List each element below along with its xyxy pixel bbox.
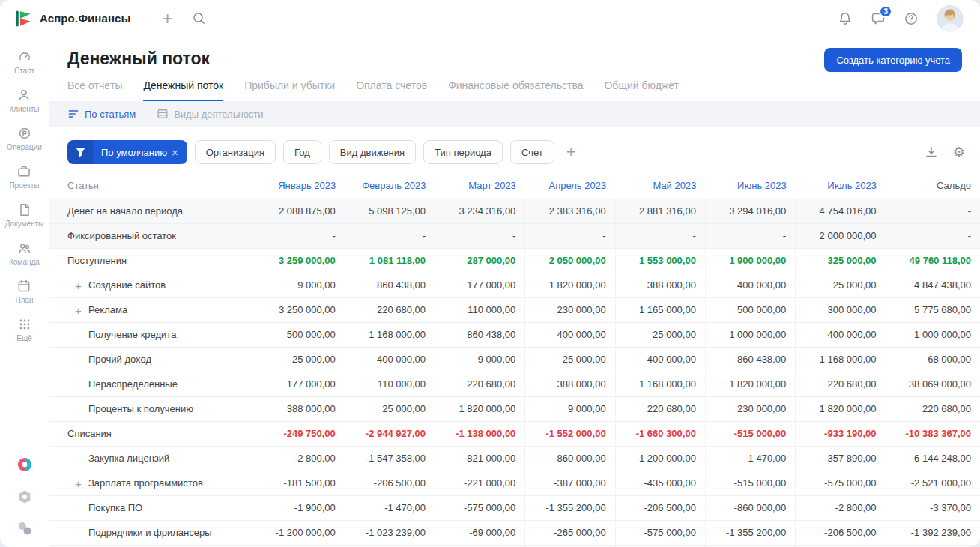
sidebar-item-team[interactable]: Команда — [9, 241, 40, 266]
saldo-cell[interactable]: -10 383 367,00 — [886, 421, 980, 446]
value-cell[interactable]: -69 000,00 — [435, 520, 525, 545]
value-cell[interactable]: 400 000,00 — [796, 322, 886, 347]
sidebar-item-clients[interactable]: Клиенты — [9, 88, 39, 113]
value-cell[interactable]: -206 500,00 — [615, 495, 705, 520]
value-cell[interactable]: -575 000,00 — [435, 495, 525, 520]
value-cell[interactable]: 230 000,00 — [705, 396, 795, 421]
saldo-cell[interactable]: -1 392 239,00 — [886, 520, 980, 545]
value-cell[interactable]: -206 500,00 — [345, 471, 435, 495]
value-cell[interactable]: - — [615, 223, 705, 248]
value-cell[interactable]: -249 750,00 — [255, 421, 345, 446]
value-cell[interactable]: 3 250 000,00 — [255, 297, 345, 322]
report-tab-5[interactable]: Финансовые обязательства — [448, 79, 583, 101]
value-cell[interactable]: 230 000,00 — [525, 297, 615, 322]
value-cell[interactable]: 220 680,00 — [435, 372, 525, 396]
avatar[interactable] — [937, 5, 964, 32]
row-label-cell[interactable]: Денег на начало периода — [49, 199, 255, 223]
bell-icon[interactable] — [838, 11, 853, 26]
saldo-cell[interactable]: 49 760 118,00 — [886, 248, 980, 273]
value-cell[interactable]: -860 000,00 — [705, 495, 795, 520]
value-cell[interactable]: -357 890,00 — [796, 446, 886, 471]
sidebar-item-plan[interactable]: План — [15, 279, 33, 304]
value-cell[interactable]: -2 800,00 — [796, 495, 886, 520]
value-cell[interactable]: 2 383 316,00 — [525, 199, 615, 223]
value-cell[interactable]: 4 754 016,00 — [796, 199, 886, 223]
value-cell[interactable]: -1 900,00 — [255, 495, 345, 520]
value-cell[interactable]: - — [435, 223, 525, 248]
remove-filter-icon[interactable]: × — [172, 147, 187, 158]
report-tab-1[interactable]: Все отчёты — [67, 79, 122, 101]
value-cell[interactable]: 2 088 875,00 — [255, 199, 345, 223]
value-cell[interactable]: 500 000,00 — [705, 297, 795, 322]
value-cell[interactable]: 1 081 118,00 — [345, 248, 435, 273]
value-cell[interactable]: -2 800,00 — [255, 446, 345, 471]
saldo-cell[interactable]: -6 144 248,00 — [886, 446, 980, 471]
filter-chip-2[interactable]: Год — [283, 140, 321, 164]
value-cell[interactable]: 1 168 000,00 — [796, 347, 886, 372]
create-category-button[interactable]: Создать категорию учета — [824, 48, 962, 72]
report-tab-6[interactable]: Общий бюджет — [604, 79, 678, 101]
value-cell[interactable]: 325 000,00 — [796, 248, 886, 273]
value-cell[interactable]: -1 470,00 — [705, 446, 795, 471]
value-cell[interactable]: 388 000,00 — [615, 273, 705, 297]
row-label-cell[interactable]: Нераспределенные — [49, 372, 255, 396]
row-label-cell[interactable]: Списания — [49, 421, 255, 446]
value-cell[interactable]: -2 944 927,00 — [345, 421, 435, 446]
column-header-month[interactable]: Июль 2023 — [796, 173, 886, 199]
value-cell[interactable]: 860 438,00 — [345, 273, 435, 297]
row-label-cell[interactable]: Получение кредита — [49, 322, 255, 347]
row-label-cell[interactable]: +Зарплата программистов — [49, 471, 255, 495]
value-cell[interactable]: 1 000 000,00 — [705, 322, 795, 347]
value-cell[interactable]: -860 000,00 — [525, 446, 615, 471]
filter-chip-5[interactable]: Счет — [510, 140, 554, 164]
saldo-cell[interactable]: 5 775 680,00 — [886, 297, 980, 322]
value-cell[interactable]: 220 680,00 — [345, 297, 435, 322]
value-cell[interactable]: -1 355 200,00 — [525, 495, 615, 520]
value-cell[interactable]: 860 438,00 — [435, 322, 525, 347]
column-header-month[interactable]: Март 2023 — [435, 173, 525, 199]
sidebar-item-more[interactable]: Ещё — [16, 317, 31, 342]
value-cell[interactable]: 220 680,00 — [796, 372, 886, 396]
filter-chip-3[interactable]: Вид движения — [329, 140, 416, 164]
value-cell[interactable]: -1 660 300,00 — [615, 421, 705, 446]
value-cell[interactable]: 9 000,00 — [435, 347, 525, 372]
report-tab-3[interactable]: Прибыли и убытки — [244, 79, 335, 101]
value-cell[interactable]: 1 168 000,00 — [345, 322, 435, 347]
saldo-cell[interactable]: 4 847 438,00 — [886, 273, 980, 297]
value-cell[interactable]: 110 000,00 — [435, 297, 525, 322]
app-logo-icon[interactable] — [13, 9, 33, 28]
search-icon[interactable] — [192, 11, 206, 25]
saldo-cell[interactable]: - — [886, 223, 980, 248]
chat-icon[interactable]: 3 — [871, 11, 886, 26]
value-cell[interactable]: -1 200 000,00 — [255, 520, 345, 545]
value-cell[interactable]: -265 000,00 — [525, 520, 615, 545]
value-cell[interactable]: -1 023 239,00 — [345, 520, 435, 545]
value-cell[interactable]: 388 000,00 — [525, 372, 615, 396]
value-cell[interactable]: -575 000,00 — [796, 471, 886, 495]
column-header-month[interactable]: Июнь 2023 — [705, 173, 795, 199]
value-cell[interactable]: 388 000,00 — [255, 396, 345, 421]
value-cell[interactable]: 860 438,00 — [705, 347, 795, 372]
sidebar-item-operations[interactable]: Операции — [7, 126, 42, 151]
saldo-cell[interactable]: 1 000 000,00 — [886, 322, 980, 347]
row-label-cell[interactable]: Закупка лицензий — [49, 446, 255, 471]
sidebar-item-start[interactable]: Старт — [14, 49, 34, 75]
value-cell[interactable]: 2 881 316,00 — [615, 199, 705, 223]
row-label-cell[interactable]: Покупка ПО — [49, 495, 255, 520]
value-cell[interactable]: 1 165 000,00 — [615, 297, 705, 322]
sidebar-item-projects[interactable]: Проекты — [9, 164, 39, 190]
column-header-month[interactable]: Февраль 2023 — [345, 173, 435, 199]
value-cell[interactable]: 25 000,00 — [525, 347, 615, 372]
product-logo-icon[interactable] — [16, 456, 34, 474]
value-cell[interactable]: 2 050 000,00 — [525, 248, 615, 273]
value-cell[interactable]: 1 168 000,00 — [615, 372, 705, 396]
value-cell[interactable]: 25 000,00 — [615, 322, 705, 347]
value-cell[interactable]: 177 000,00 — [435, 273, 525, 297]
value-cell[interactable]: 177 000,00 — [255, 372, 345, 396]
value-cell[interactable]: - — [345, 223, 435, 248]
value-cell[interactable]: 400 000,00 — [525, 322, 615, 347]
gear-icon[interactable]: ⚙ — [953, 145, 965, 159]
row-label-cell[interactable]: Проценты к получению — [49, 396, 255, 421]
value-cell[interactable]: 220 680,00 — [615, 396, 705, 421]
value-cell[interactable]: 9 000,00 — [525, 396, 615, 421]
